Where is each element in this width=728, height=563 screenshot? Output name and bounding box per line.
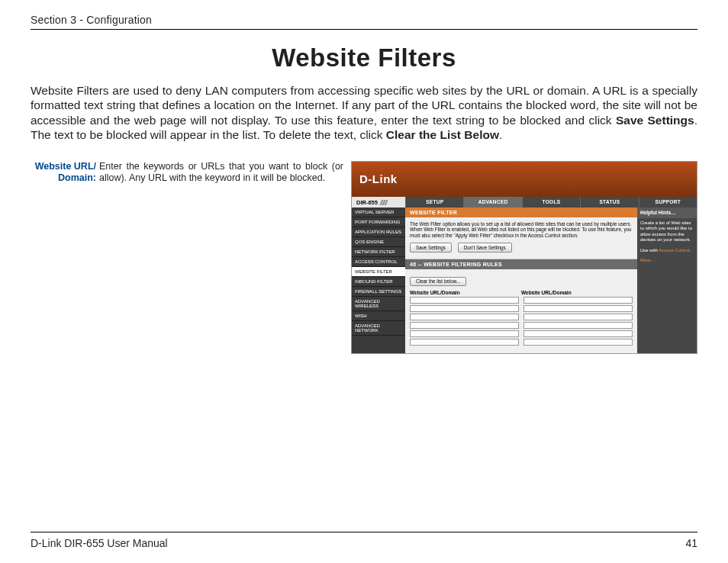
sidebar-item-application-rules[interactable]: APPLICATION RULES [352,227,405,237]
section-header: Section 3 - Configuration [31,14,697,26]
website-url-input[interactable] [410,314,519,320]
router-header-bar: D-Link [352,162,697,197]
sidebar-item-advanced-wireless[interactable]: ADVANCED WIRELESS [352,297,405,311]
website-url-input[interactable] [410,297,519,304]
sidebar-item-virtual-server[interactable]: VIRTUAL SERVER [352,208,405,217]
router-sidebar: VIRTUAL SERVERPORT FORWARDINGAPPLICATION… [352,208,405,353]
save-settings-button[interactable]: Save Settings [410,243,452,253]
rule-row [410,339,633,346]
hints-body-1: Create a list of Web sites to which you … [640,220,694,243]
panel-website-filter-body: The Web Filter option allows you to set … [405,217,637,259]
rules-col2-header: Website URL/Domain [521,290,633,295]
sidebar-item-qos-engine[interactable]: QOS ENGINE [352,237,405,247]
sidebar-item-firewall-settings[interactable]: FIREWALL SETTINGS [352,287,405,297]
sidebar-item-port-forwarding[interactable]: PORT FORWARDING [352,217,405,227]
website-url-input[interactable] [410,339,519,346]
tab-advanced[interactable]: ADVANCED [463,197,521,208]
panel-website-filter-title: WEBSITE FILTER [405,208,637,217]
definition-label: Website URL/ Domain: [31,161,99,354]
rule-row [410,305,633,312]
website-url-input[interactable] [410,305,519,312]
clear-list-button[interactable]: Clear the list below... [410,277,466,286]
website-url-input[interactable] [523,322,633,329]
hints-body-2: Use with Access Control. [640,248,694,254]
sidebar-item-website-filter[interactable]: WEBSITE FILTER [352,267,405,277]
page-footer: D-Link DIR-655 User Manual 41 [31,532,697,549]
website-url-input[interactable] [410,322,519,329]
router-main: WEBSITE FILTER The Web Filter option all… [405,208,637,353]
sidebar-item-inbound-filter[interactable]: INBOUND FILTER [352,277,405,287]
website-url-input[interactable] [410,330,519,337]
panel-rules-body: Clear the list below... Website URL/Doma… [405,269,637,353]
panel-description: The Web Filter option allows you to set … [410,221,633,240]
hints-title: Helpful Hints… [637,208,697,218]
router-ui-screenshot: D-Link DIR-655 SETUPADVANCEDTOOLSSTATUSS… [351,161,697,354]
footer-page-number: 41 [685,537,697,549]
rule-row [410,322,633,329]
helpful-hints-panel: Helpful Hints… Create a list of Web site… [637,208,697,353]
sidebar-item-advanced-network[interactable]: ADVANCED NETWORK [352,321,405,336]
intro-paragraph: Website Filters are used to deny LAN com… [31,83,697,143]
sidebar-item-access-control[interactable]: ACCESS CONTROL [352,257,405,267]
website-url-input[interactable] [523,314,633,320]
intro-bold-1: Save Settings [616,114,694,127]
definition-text: Enter the keywords or URLs that you want… [99,161,343,354]
sidebar-item-wish[interactable]: WISH [352,311,405,321]
rules-col1-header: Website URL/Domain [410,290,521,295]
header-rule [31,29,697,30]
router-tabs-row: DIR-655 SETUPADVANCEDTOOLSSTATUSSUPPORT [352,197,697,208]
intro-bold-2: Clear the List Below [386,128,499,141]
website-url-input[interactable] [523,339,633,346]
dont-save-settings-button[interactable]: Don't Save Settings [458,243,512,253]
footer-left: D-Link DIR-655 User Manual [31,537,168,549]
sidebar-item-network-filter[interactable]: NETWORK FILTER [352,247,405,257]
website-url-input[interactable] [523,305,633,312]
tab-status[interactable]: STATUS [580,197,638,208]
tab-support[interactable]: SUPPORT [639,197,697,208]
rule-row [410,314,633,320]
router-model: DIR-655 [352,197,405,208]
dlink-logo: D-Link [359,172,398,185]
tab-tools[interactable]: TOOLS [522,197,580,208]
page-title: Website Filters [31,43,697,72]
rule-row [410,330,633,337]
tab-setup[interactable]: SETUP [405,197,463,208]
panel-rules-title: 40 -- WEBSITE FILTERING RULES [405,259,637,269]
rule-row [410,297,633,304]
hints-access-control-link[interactable]: Access Control [659,248,689,253]
intro-text-1: Website Filters are used to deny LAN com… [31,84,697,127]
hints-more-link[interactable]: More… [640,258,656,262]
intro-text-3: . [499,128,502,141]
model-stripes-icon [381,200,387,205]
website-url-input[interactable] [523,330,633,337]
definition-block: Website URL/ Domain: Enter the keywords … [31,161,343,354]
website-url-input[interactable] [523,297,633,304]
